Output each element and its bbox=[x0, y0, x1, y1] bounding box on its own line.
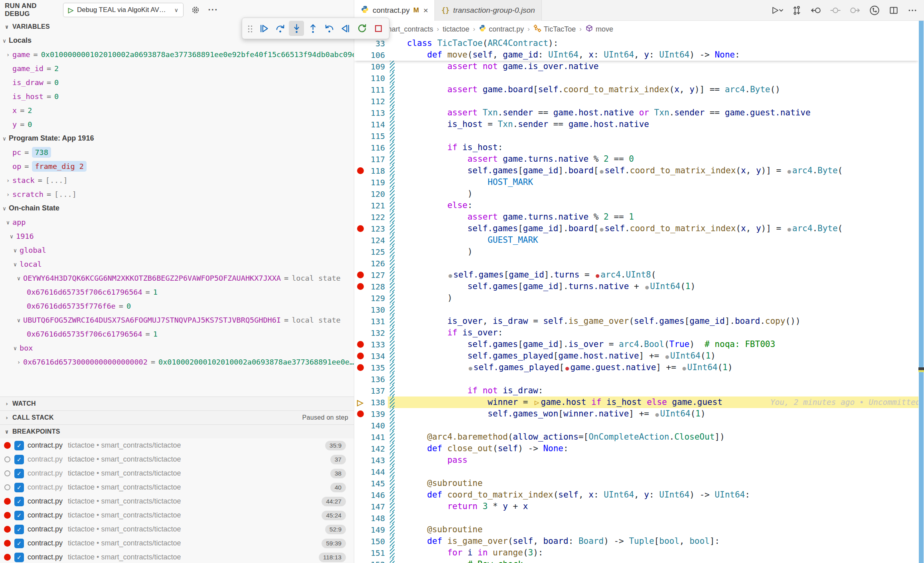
tree-section-row[interactable]: ∨On-chain State bbox=[0, 201, 354, 215]
close-icon[interactable]: × bbox=[423, 6, 428, 15]
breakpoint-icon[interactable] bbox=[357, 341, 364, 348]
breakpoint-checkbox[interactable]: ✓ bbox=[14, 511, 24, 520]
breakpoint-gutter[interactable] bbox=[354, 269, 366, 281]
code-line[interactable]: 119 HOST_MARK bbox=[354, 176, 918, 188]
breakpoint-gutter[interactable] bbox=[354, 200, 366, 211]
code-line[interactable]: 127 ●self.games[game_id].turns = ●arc4.U… bbox=[354, 269, 918, 281]
breadcrumb-item-tictactoe[interactable]: tictactoe bbox=[442, 25, 469, 34]
breakpoint-row[interactable]: ✓contract.pytictactoe • smart_contracts/… bbox=[0, 480, 354, 494]
code-line[interactable]: 113 assert Txn.sender == game.host.nativ… bbox=[354, 107, 918, 119]
breakpoint-row[interactable]: ✓contract.pytictactoe • smart_contracts/… bbox=[0, 536, 354, 550]
breakpoints-section-header[interactable]: ∨ BREAKPOINTS bbox=[0, 424, 354, 438]
breadcrumb-item-tictactoe[interactable]: TicTacToe bbox=[533, 24, 576, 34]
reverse-continue-button[interactable] bbox=[338, 21, 353, 36]
code-line[interactable]: 132 if is_over: bbox=[354, 327, 918, 339]
breakpoint-gutter[interactable] bbox=[354, 130, 366, 142]
tree-variable-row[interactable]: ›0x67616d65730000000000000002=0x01000200… bbox=[0, 355, 354, 369]
step-over-button[interactable] bbox=[272, 21, 288, 36]
code-line[interactable]: 149 @subroutine bbox=[354, 524, 918, 535]
tree-variable-row[interactable]: 0x67616d65735f706c61796564=1 bbox=[0, 327, 354, 341]
breakpoint-row[interactable]: ✓contract.pytictactoe • smart_contracts/… bbox=[0, 522, 354, 536]
breakpoint-gutter[interactable] bbox=[354, 38, 366, 49]
breadcrumb-item-move[interactable]: move bbox=[585, 24, 613, 34]
breakpoint-gutter[interactable] bbox=[354, 281, 366, 292]
chevron-down-icon[interactable]: ∨ bbox=[2, 135, 7, 142]
code-line[interactable]: 140 bbox=[354, 420, 918, 431]
code-line[interactable]: 129 ) bbox=[354, 292, 918, 304]
chevron-right-icon[interactable]: › bbox=[5, 191, 11, 198]
code-line[interactable]: 136 bbox=[354, 373, 918, 385]
gear-icon[interactable] bbox=[190, 4, 201, 16]
stop-button[interactable] bbox=[371, 21, 386, 36]
chevron-right-icon[interactable]: › bbox=[5, 52, 11, 58]
debug-config-dropdown[interactable]: ▷ Debug TEAL via AlgoKit AVM Debugger (t… bbox=[63, 3, 184, 17]
code-line[interactable]: 124 GUEST_MARK bbox=[354, 234, 918, 246]
chevron-down-icon[interactable]: ∨ bbox=[5, 219, 11, 226]
chevron-down-icon[interactable]: ∨ bbox=[2, 38, 7, 44]
code-line[interactable]: 139 self.games_won[winner.native] += ●UI… bbox=[354, 408, 918, 420]
tree-variable-row[interactable]: is_draw=0 bbox=[0, 75, 354, 89]
breakpoint-gutter[interactable] bbox=[354, 258, 366, 269]
code-line[interactable]: 133 self.games[game_id].is_over = arc4.B… bbox=[354, 339, 918, 350]
breakpoint-icon[interactable] bbox=[357, 272, 364, 278]
breakpoint-gutter[interactable] bbox=[354, 246, 366, 258]
current-line-pointer-icon[interactable]: ▷ bbox=[354, 396, 366, 408]
breakpoint-gutter[interactable] bbox=[354, 489, 366, 501]
code-line[interactable]: 144 bbox=[354, 466, 918, 478]
breakpoint-gutter[interactable] bbox=[354, 339, 366, 350]
tree-variable-row[interactable]: x=2 bbox=[0, 103, 354, 117]
breakpoint-checkbox[interactable]: ✓ bbox=[14, 455, 24, 464]
code-line[interactable]: 112 bbox=[354, 95, 918, 107]
breadcrumb-item-contract-py[interactable]: contract.py bbox=[479, 24, 524, 34]
step-into-button[interactable] bbox=[289, 21, 304, 36]
code-line[interactable]: 151 for i in urange(3): bbox=[354, 547, 918, 559]
breakpoint-gutter[interactable] bbox=[354, 153, 366, 165]
breakpoint-gutter[interactable] bbox=[354, 431, 366, 443]
chevron-down-icon[interactable]: ∨ bbox=[12, 247, 18, 254]
breakpoint-gutter[interactable] bbox=[354, 478, 366, 489]
breakpoint-gutter[interactable] bbox=[354, 72, 366, 84]
code-line[interactable]: 117 assert game.turns.native % 2 == 0 bbox=[354, 153, 918, 165]
breakpoint-gutter[interactable] bbox=[354, 107, 366, 119]
compare-changes-icon[interactable] bbox=[792, 5, 802, 16]
code-line[interactable]: 116 if is_host: bbox=[354, 142, 918, 153]
code-line[interactable]: 120 ) bbox=[354, 188, 918, 200]
tree-variable-row[interactable]: ›scratch=[...] bbox=[0, 187, 354, 201]
breakpoint-checkbox[interactable]: ✓ bbox=[14, 441, 24, 450]
breakpoint-icon[interactable] bbox=[357, 283, 364, 290]
breakpoint-checkbox[interactable]: ✓ bbox=[14, 553, 24, 562]
code-line[interactable]: 125 ) bbox=[354, 246, 918, 258]
chevron-down-icon[interactable]: ∨ bbox=[2, 205, 7, 212]
code-line[interactable]: 114 is_host = Txn.sender == game.host.na… bbox=[354, 119, 918, 130]
split-editor-icon[interactable] bbox=[888, 5, 899, 16]
tree-variable-row[interactable]: ∨OEYWY64H3D7QK6KCGG6NM2XKKOTZB6BEGZ2P6VA… bbox=[0, 271, 354, 285]
code-line[interactable]: 110 bbox=[354, 72, 918, 84]
code-line[interactable]: 128 self.games[game_id].turns.native + ●… bbox=[354, 281, 918, 292]
breakpoint-gutter[interactable] bbox=[354, 188, 366, 200]
tree-variable-row[interactable]: ›game=0x010000000102010002a0693878ae3773… bbox=[0, 48, 354, 61]
tree-variable-row[interactable]: op=frame_dig 2 bbox=[0, 159, 354, 173]
breakpoint-icon[interactable] bbox=[357, 410, 364, 417]
breakpoint-row[interactable]: ✓contract.pytictactoe • smart_contracts/… bbox=[0, 494, 354, 508]
chevron-right-icon[interactable]: › bbox=[16, 359, 22, 365]
code-line[interactable]: 121 else: bbox=[354, 200, 918, 211]
code-line[interactable]: 115 bbox=[354, 130, 918, 142]
step-back-button[interactable] bbox=[322, 21, 337, 36]
code-line[interactable]: 142 def close_out(self) -> None: bbox=[354, 443, 918, 454]
breakpoint-checkbox[interactable]: ✓ bbox=[14, 483, 24, 492]
code-line[interactable]: 134 self.games_played[game.host.native] … bbox=[354, 350, 918, 362]
breakpoint-gutter[interactable] bbox=[354, 454, 366, 466]
step-out-button[interactable] bbox=[305, 21, 320, 36]
chevron-down-icon[interactable]: ∨ bbox=[12, 261, 18, 268]
tree-variable-row[interactable]: pc=738 bbox=[0, 145, 354, 159]
code-line[interactable]: 118 self.games[game_id].board[●self.coor… bbox=[354, 165, 918, 176]
breakpoint-gutter[interactable] bbox=[354, 327, 366, 339]
code-line[interactable]: 126 bbox=[354, 258, 918, 269]
watch-section-header[interactable]: › WATCH bbox=[0, 396, 354, 410]
breakpoint-gutter[interactable] bbox=[354, 165, 366, 176]
breakpoint-gutter[interactable] bbox=[354, 443, 366, 454]
breakpoint-gutter[interactable] bbox=[354, 408, 366, 420]
breakpoint-gutter[interactable] bbox=[354, 315, 366, 327]
code-line[interactable]: 33class TicTacToe(ARC4Contract): bbox=[354, 38, 918, 49]
more-actions-icon[interactable] bbox=[907, 5, 918, 16]
